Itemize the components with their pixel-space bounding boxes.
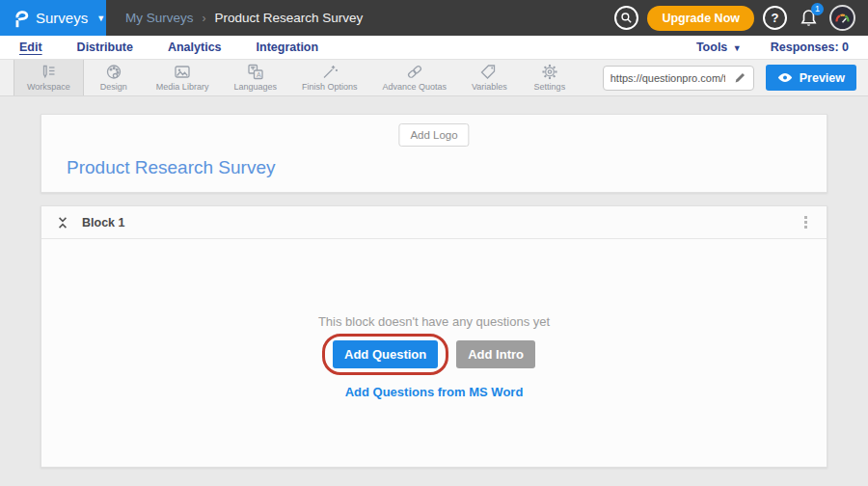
settings-icon <box>541 64 558 80</box>
survey-url-input[interactable] <box>604 72 727 84</box>
add-question-button[interactable]: Add Question <box>333 340 438 368</box>
block-menu-button[interactable] <box>800 212 811 232</box>
toolbar-label: Finish Options <box>302 82 358 92</box>
finish-options-icon <box>321 64 339 80</box>
pencil-icon <box>734 71 746 84</box>
advance-quotas-icon <box>406 64 423 80</box>
tab-distribute[interactable]: Distribute <box>77 40 133 54</box>
add-questions-from-ms-word-link[interactable]: Add Questions from MS Word <box>345 385 524 399</box>
toolbar-item-variables[interactable]: Variables <box>459 60 520 95</box>
notification-badge: 1 <box>811 3 824 15</box>
tools-label: Tools <box>696 40 727 54</box>
toolbar-item-languages[interactable]: A Languages <box>221 60 289 95</box>
preview-button[interactable]: Preview <box>766 65 856 91</box>
add-intro-button[interactable]: Add Intro <box>456 340 535 368</box>
breadcrumb-current-survey: Product Research Survey <box>215 11 364 25</box>
survey-header-card: Add Logo Product Research Survey <box>41 114 827 193</box>
toolbar-item-finish-options[interactable]: Finish Options <box>289 60 370 95</box>
toolbar-label: Design <box>100 82 127 92</box>
toolbar-label: Advance Quotas <box>382 82 447 92</box>
languages-icon: A <box>247 64 264 80</box>
top-header: Surveys ▼ My Surveys › Product Research … <box>0 0 868 36</box>
block-body: This block doesn't have any questions ye… <box>41 239 827 467</box>
preview-label: Preview <box>800 71 845 85</box>
block-header: Block 1 <box>41 206 827 239</box>
workspace-toolbar: Workspace Design Media Library <box>0 60 868 96</box>
workspace-icon <box>40 64 57 80</box>
toolbar-label: Variables <box>472 82 507 92</box>
kebab-icon <box>804 216 807 219</box>
collapse-icon <box>57 216 68 230</box>
media-library-icon <box>174 64 191 80</box>
tab-integration[interactable]: Integration <box>257 40 319 54</box>
design-icon <box>105 64 122 80</box>
toolbar-item-advance-quotas[interactable]: Advance Quotas <box>369 60 459 95</box>
red-highlight-annotation: Add Question <box>322 334 448 375</box>
toolbar-right: Preview <box>603 60 868 95</box>
question-mark-icon: ? <box>772 11 779 25</box>
block-action-buttons: Add Question Add Intro <box>333 340 535 368</box>
variables-icon <box>480 64 498 80</box>
survey-title[interactable]: Product Research Survey <box>67 157 276 178</box>
breadcrumb: My Surveys › Product Research Survey <box>106 0 363 36</box>
surveys-product-switcher[interactable]: Surveys ▼ <box>0 0 106 36</box>
survey-nav: Edit Distribute Analytics Integration To… <box>0 36 868 60</box>
chevron-down-icon: ▼ <box>733 43 742 53</box>
toolbar-label: Settings <box>534 82 566 92</box>
tools-menu[interactable]: Tools ▼ <box>696 40 742 54</box>
tab-analytics[interactable]: Analytics <box>168 40 222 54</box>
tab-edit[interactable]: Edit <box>19 40 42 54</box>
toolbar-item-design[interactable]: Design <box>84 60 144 95</box>
toolbar-item-media-library[interactable]: Media Library <box>144 60 222 95</box>
questionpro-logo-icon <box>13 9 29 28</box>
notifications-button[interactable]: 1 <box>796 6 821 31</box>
eye-icon <box>777 72 793 83</box>
breadcrumb-separator-icon: › <box>203 12 206 25</box>
survey-url-field <box>603 66 754 91</box>
editor-canvas: Add Logo Product Research Survey Block 1… <box>0 96 868 468</box>
toolbar-label: Languages <box>233 82 277 92</box>
responses-count[interactable]: Responses: 0 <box>771 40 849 54</box>
avatar[interactable] <box>829 5 855 31</box>
search-icon <box>620 12 633 24</box>
survey-nav-right: Tools ▼ Responses: 0 <box>696 40 849 54</box>
header-actions: Upgrade Now ? 1 <box>614 0 868 36</box>
chevron-down-icon: ▼ <box>96 14 105 23</box>
survey-nav-tabs: Edit Distribute Analytics Integration <box>19 40 318 54</box>
block-card: Block 1 This block doesn't have any ques… <box>41 205 827 468</box>
edit-url-button[interactable] <box>727 71 753 84</box>
add-logo-button[interactable]: Add Logo <box>398 123 469 147</box>
help-button[interactable]: ? <box>763 6 787 30</box>
toolbar-item-workspace[interactable]: Workspace <box>14 60 84 95</box>
block-title: Block 1 <box>82 216 124 230</box>
empty-block-message: This block doesn't have any questions ye… <box>318 314 550 329</box>
brand-label: Surveys <box>36 10 88 26</box>
gauge-avatar-icon <box>834 12 851 25</box>
toolbar-item-settings[interactable]: Settings <box>520 60 580 95</box>
upgrade-now-button[interactable]: Upgrade Now <box>647 6 754 31</box>
collapse-block-button[interactable] <box>57 216 68 230</box>
toolbar-label: Media Library <box>156 82 209 92</box>
svg-text:A: A <box>257 71 261 78</box>
search-button[interactable] <box>614 6 638 30</box>
breadcrumb-my-surveys[interactable]: My Surveys <box>125 11 194 25</box>
toolbar-label: Workspace <box>27 82 70 92</box>
